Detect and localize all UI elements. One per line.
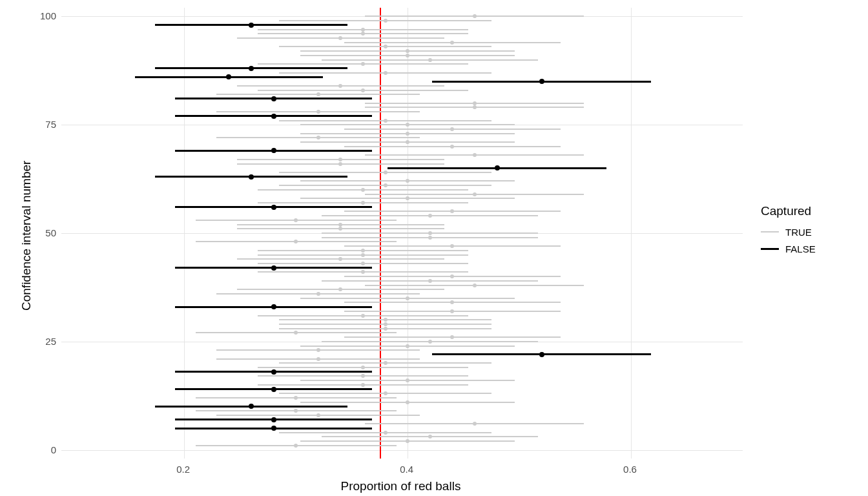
ci-point bbox=[406, 123, 409, 127]
chart-root: Confidence interval number Proportion of… bbox=[0, 0, 868, 496]
ci-point bbox=[249, 174, 254, 180]
ci-point bbox=[361, 249, 365, 253]
ci-point bbox=[361, 88, 365, 92]
ci-point bbox=[316, 413, 320, 417]
ci-point bbox=[361, 201, 365, 205]
ci-point bbox=[338, 162, 342, 166]
ci-point bbox=[450, 300, 454, 304]
x-tick-label: 0.6 bbox=[623, 464, 637, 475]
ci-point bbox=[450, 309, 454, 313]
ci-point bbox=[473, 105, 477, 109]
ci-point bbox=[294, 396, 298, 400]
ci-point bbox=[294, 444, 298, 448]
ci-point bbox=[539, 352, 544, 357]
ci-point bbox=[249, 404, 254, 409]
ci-point bbox=[338, 287, 342, 291]
ci-point bbox=[428, 58, 432, 62]
ci-point bbox=[361, 188, 365, 192]
ci-point bbox=[361, 374, 365, 378]
ci-point bbox=[450, 209, 454, 213]
plot-panel bbox=[61, 8, 743, 459]
ci-point bbox=[450, 244, 454, 248]
ci-point bbox=[450, 145, 454, 149]
ci-point bbox=[406, 54, 409, 57]
ci-point bbox=[406, 179, 409, 183]
ci-point bbox=[406, 439, 409, 443]
ci-point bbox=[384, 431, 388, 435]
ci-point bbox=[406, 344, 409, 348]
ci-point bbox=[473, 192, 477, 196]
ci-point bbox=[338, 36, 342, 40]
ci-point bbox=[473, 101, 477, 105]
ci-point bbox=[361, 314, 365, 318]
legend-label-false: FALSE bbox=[785, 243, 816, 254]
ci-point bbox=[316, 292, 320, 296]
ci-point bbox=[294, 240, 298, 243]
ci-point bbox=[384, 19, 388, 23]
ci-point bbox=[271, 304, 276, 309]
ci-point bbox=[226, 74, 231, 79]
ci-point bbox=[384, 119, 388, 123]
ci-point bbox=[406, 132, 409, 136]
ci-point bbox=[428, 279, 432, 283]
ci-point bbox=[428, 236, 432, 240]
ci-point bbox=[361, 253, 365, 257]
ci-point bbox=[473, 153, 477, 157]
y-tick-label: 25 bbox=[45, 336, 56, 347]
ci-point bbox=[271, 369, 276, 375]
ci-point bbox=[428, 214, 432, 218]
y-tick-label: 100 bbox=[40, 10, 56, 21]
legend-item-false: FALSE bbox=[761, 240, 816, 257]
ci-point bbox=[384, 318, 388, 322]
ci-point bbox=[406, 140, 409, 144]
ci-point bbox=[294, 409, 298, 413]
ci-point bbox=[316, 92, 320, 96]
ci-point bbox=[338, 227, 342, 231]
ci-point bbox=[406, 400, 409, 404]
ci-point bbox=[271, 387, 276, 392]
ci-point bbox=[338, 223, 342, 227]
legend: Captured TRUE FALSE bbox=[761, 204, 816, 257]
ci-point bbox=[316, 348, 320, 352]
ci-point bbox=[316, 357, 320, 361]
ci-point bbox=[271, 114, 276, 119]
ci-point bbox=[271, 96, 276, 101]
ci-point bbox=[271, 417, 276, 422]
ci-point bbox=[428, 435, 432, 439]
legend-label-true: TRUE bbox=[785, 227, 812, 238]
ci-point bbox=[406, 49, 409, 53]
ci-point bbox=[406, 378, 409, 382]
ci-point bbox=[249, 66, 254, 71]
ci-point bbox=[338, 158, 342, 161]
y-axis-title: Confidence interval number bbox=[19, 161, 34, 311]
ci-point bbox=[316, 110, 320, 114]
ci-point bbox=[384, 170, 388, 174]
ci-point bbox=[361, 62, 365, 66]
ci-point bbox=[384, 327, 388, 331]
y-tick-label: 75 bbox=[45, 119, 56, 130]
ci-point bbox=[316, 136, 320, 140]
ci-point bbox=[361, 366, 365, 369]
x-tick-label: 0.4 bbox=[400, 464, 413, 475]
ci-point bbox=[384, 322, 388, 326]
ci-point bbox=[361, 383, 365, 387]
ci-point bbox=[338, 257, 342, 261]
legend-key-true bbox=[761, 231, 779, 232]
ci-point bbox=[473, 422, 477, 426]
ci-point bbox=[361, 32, 365, 36]
ci-point bbox=[406, 296, 409, 300]
grid-h bbox=[61, 450, 743, 451]
ci-point bbox=[361, 270, 365, 274]
ci-point bbox=[294, 218, 298, 222]
x-axis-title: Proportion of red balls bbox=[341, 479, 461, 493]
ci-point bbox=[361, 262, 365, 265]
ci-point bbox=[495, 165, 500, 170]
ci-point bbox=[539, 79, 544, 84]
ci-point bbox=[384, 361, 388, 365]
ci-point bbox=[406, 196, 409, 200]
ci-point bbox=[271, 148, 276, 153]
ci-point bbox=[271, 205, 276, 210]
ci-point bbox=[450, 127, 454, 131]
ci-point bbox=[384, 391, 388, 395]
ci-point bbox=[428, 231, 432, 235]
